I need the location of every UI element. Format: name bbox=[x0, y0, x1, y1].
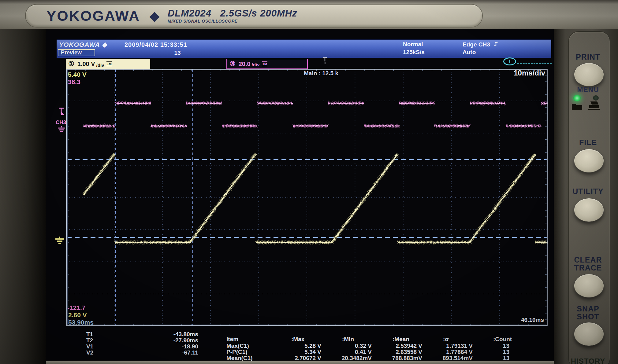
cursor-value: -67.11 bbox=[128, 349, 198, 356]
snap-shot-label-2: SHOT bbox=[557, 312, 618, 321]
snap-shot-label-1: SNAP bbox=[557, 304, 618, 313]
zoom-position-dashes bbox=[517, 63, 552, 64]
ch1-scale: 1.00 V bbox=[77, 61, 95, 68]
ch3-trigger-level-icon bbox=[58, 107, 66, 117]
model-block: DLM2024 2.5GS/s 200MHz MIXED SIGNAL OSCI… bbox=[168, 9, 297, 23]
cursor-value: -27.90ms bbox=[128, 337, 198, 344]
measure-cell: 5.28 V bbox=[277, 343, 321, 349]
ch3-badge: ③ 20.0 /div 1M bbox=[226, 59, 308, 69]
measure-cell: 1.77864 V bbox=[425, 349, 473, 355]
ch1-number-icon: ① bbox=[68, 60, 74, 68]
measure-header-cell: :Max bbox=[291, 336, 304, 343]
menu-led-on bbox=[573, 95, 581, 101]
measure-cell: 0.41 V bbox=[324, 349, 372, 355]
utility-button[interactable] bbox=[574, 198, 604, 222]
zoom-window-icon bbox=[503, 57, 516, 65]
measure-header-cell: :Min bbox=[342, 336, 354, 343]
file-button[interactable] bbox=[574, 149, 604, 173]
ch3-number-icon: ③ bbox=[229, 60, 236, 68]
print-button[interactable] bbox=[574, 63, 604, 86]
lcd-screen: YOKOGAWA ◆ 2009/04/02 15:33:51 13 Previe… bbox=[46, 29, 554, 361]
model-number: DLM2024 bbox=[168, 8, 211, 19]
printer-icon bbox=[587, 101, 601, 111]
measure-cell: 2.53942 V bbox=[375, 343, 422, 349]
cursor-label: V1 bbox=[86, 343, 93, 350]
ch1-suffix: /div bbox=[96, 63, 104, 68]
folder-icon bbox=[571, 101, 583, 111]
measure-cell: 13 bbox=[483, 349, 509, 355]
oscilloscope-front-panel: YOKOGAWA ◆ DLM2024 2.5GS/s 200MHz MIXED … bbox=[0, 0, 618, 364]
measure-cell: P-P(C1) bbox=[226, 349, 248, 355]
bottom-bezel bbox=[46, 361, 554, 364]
model-specs: 2.5GS/s 200MHz bbox=[220, 8, 297, 19]
ch3-ground-icon bbox=[57, 126, 66, 134]
ch3-impedance-icon: 1M bbox=[262, 61, 267, 66]
menu-led-off bbox=[593, 95, 599, 101]
trigger-source-text: Edge CH3 bbox=[463, 41, 490, 48]
ch3-suffix: /div bbox=[252, 62, 260, 67]
measure-header-cell: :Count bbox=[493, 336, 512, 343]
measure-cell: 0.32 V bbox=[324, 343, 372, 349]
preview-label: Preview bbox=[61, 50, 82, 56]
status-bar: YOKOGAWA ◆ 2009/04/02 15:33:51 13 Previe… bbox=[57, 39, 551, 58]
measure-cell: 13 bbox=[483, 343, 509, 349]
zoom-position-indicator bbox=[503, 57, 552, 65]
left-bezel bbox=[0, 29, 46, 364]
rising-edge-icon bbox=[493, 41, 498, 46]
sample-rate: 125kS/s bbox=[403, 49, 425, 56]
ch3-scale: 20.0 bbox=[239, 61, 251, 68]
datetime: 2009/04/02 15:33:51 bbox=[125, 41, 187, 48]
trigger-mode: Auto bbox=[463, 49, 476, 56]
cursor-label: T2 bbox=[86, 337, 93, 344]
screen-brand-text: YOKOGAWA bbox=[59, 41, 100, 48]
measure-header-cell: :σ bbox=[443, 336, 449, 343]
trigger-position-icon bbox=[322, 57, 328, 66]
measure-cell: Max(C1) bbox=[226, 343, 249, 349]
history-label: HISTORY bbox=[557, 357, 618, 364]
clear-trace-label-1: CLEAR bbox=[557, 256, 618, 264]
brand-logo: YOKOGAWA bbox=[47, 7, 140, 24]
cursor-label: T1 bbox=[86, 331, 93, 338]
clear-trace-label-2: TRACE bbox=[557, 263, 618, 272]
cursor-value: -43.80ms bbox=[128, 331, 198, 338]
brand-diamond-icon: ◆ bbox=[149, 8, 160, 24]
file-label: FILE bbox=[557, 138, 618, 147]
top-bezel: YOKOGAWA ◆ DLM2024 2.5GS/s 200MHz MIXED … bbox=[0, 0, 618, 29]
waveform-plot bbox=[66, 69, 548, 326]
trigger-source: Edge CH3 bbox=[463, 41, 498, 48]
brand-plate: YOKOGAWA ◆ DLM2024 2.5GS/s 200MHz MIXED … bbox=[25, 4, 483, 28]
measure-cell: 2.63558 V bbox=[375, 349, 422, 355]
utility-label: UTILITY bbox=[557, 187, 618, 196]
model-subtitle: MIXED SIGNAL OSCILLOSCOPE bbox=[168, 19, 297, 23]
screen-brand: YOKOGAWA ◆ bbox=[59, 41, 107, 48]
print-label: PRINT bbox=[557, 53, 618, 61]
ch1-badge: ① 1.00 V /div 1M bbox=[66, 59, 150, 69]
measure-header-cell: :Mean bbox=[393, 336, 409, 343]
menu-label: MENU bbox=[557, 86, 618, 94]
clear-trace-button[interactable] bbox=[574, 274, 604, 298]
snap-shot-button[interactable] bbox=[574, 322, 604, 346]
model-name: DLM2024 2.5GS/s 200MHz bbox=[168, 9, 297, 18]
ch1-impedance-icon: 1M bbox=[106, 61, 112, 66]
ch3-axis-label: CH3 bbox=[56, 119, 66, 126]
preview-badge: Preview bbox=[58, 49, 95, 56]
cursor-value: -18.90 bbox=[128, 343, 198, 350]
measure-cell: 5.34 V bbox=[277, 349, 321, 355]
measure-cell: 1.79131 V bbox=[425, 343, 473, 349]
acquisition-count: 13 bbox=[165, 50, 190, 56]
screen-brand-diamond-icon: ◆ bbox=[102, 41, 107, 48]
measure-header-cell: Item bbox=[226, 336, 238, 343]
acq-mode: Normal bbox=[403, 41, 423, 48]
ch1-ground-icon bbox=[54, 236, 65, 245]
cursor-label: V2 bbox=[86, 349, 93, 356]
